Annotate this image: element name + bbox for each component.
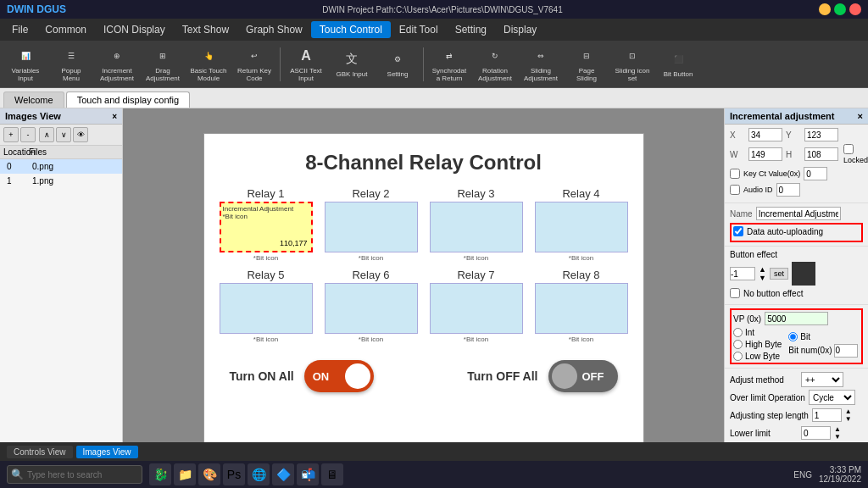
menu-setting[interactable]: Setting — [447, 21, 495, 38]
audio-id-input[interactable] — [776, 183, 800, 197]
relay-8-box[interactable] — [535, 283, 628, 334]
taskbar-app-4[interactable]: Ps — [223, 463, 245, 485]
over-limit-select[interactable]: Cycle — [809, 390, 855, 405]
file-location-0: 0 — [3, 160, 29, 173]
menu-icon-display[interactable]: ICON Display — [95, 21, 174, 38]
bit-num-input[interactable] — [834, 344, 858, 358]
tab-welcome[interactable]: Welcome — [3, 92, 64, 108]
relay-3-label: Relay 3 — [457, 187, 494, 200]
sliding-icon-set-tool[interactable]: ⊡ Sliding iconset — [610, 43, 654, 86]
window-controls — [819, 3, 861, 15]
taskbar-app-5[interactable]: 🌐 — [248, 463, 270, 485]
relay-6-box[interactable] — [325, 283, 418, 334]
setting-tool[interactable]: ⚙ Setting — [376, 43, 420, 86]
taskbar-search-input[interactable] — [27, 470, 129, 480]
taskbar-date: 12/19/2022 — [819, 474, 861, 484]
menu-graph-show[interactable]: Graph Show — [237, 21, 311, 38]
taskbar-app-8[interactable]: 🖥 — [321, 463, 343, 485]
minimize-button[interactable] — [819, 3, 831, 15]
relay-2-box[interactable] — [325, 202, 418, 252]
relay-5-box[interactable] — [220, 283, 313, 334]
x-input[interactable] — [748, 128, 782, 141]
step-up[interactable]: ▲ — [845, 408, 852, 415]
locked-checkbox[interactable] — [843, 144, 854, 154]
taskbar-app-1[interactable]: 🐉 — [149, 463, 171, 485]
drag-adjustment-tool[interactable]: ⊞ DragAdjustment — [141, 43, 185, 86]
menu-edit-tool[interactable]: Edit Tool — [391, 21, 447, 38]
key-ct-input[interactable] — [804, 167, 827, 180]
menu-common[interactable]: Common — [36, 21, 95, 38]
menu-file[interactable]: File — [3, 21, 36, 38]
nav-up-btn[interactable]: ∧ — [39, 127, 54, 142]
w-input[interactable] — [748, 147, 782, 161]
relay-1-box[interactable]: Incremental Adjustment*Bit icon 110,177 — [220, 202, 313, 252]
color-preview — [792, 262, 815, 286]
taskbar-app-6[interactable]: 🔷 — [272, 463, 294, 485]
taskbar-app-7[interactable]: 📬 — [297, 463, 319, 485]
adjust-step-input[interactable] — [812, 408, 842, 422]
variables-input-tool[interactable]: 📊 VariablesInput — [3, 43, 47, 86]
bit-button-tool[interactable]: ⬛ Bit Button — [656, 43, 700, 86]
high-byte-radio[interactable] — [733, 340, 743, 349]
images-view-close-icon[interactable]: × — [112, 112, 117, 121]
file-row-0[interactable]: 0 0.png — [0, 159, 122, 174]
lower-up[interactable]: ▲ — [834, 425, 841, 433]
images-view-tab[interactable]: Images View — [76, 446, 138, 458]
toggle-off-button[interactable]: OFF — [548, 360, 618, 392]
nav-eye-btn[interactable]: 👁 — [73, 127, 88, 142]
maximize-button[interactable] — [834, 3, 846, 15]
taskbar-app-3[interactable]: 🎨 — [198, 463, 220, 485]
close-button[interactable] — [849, 3, 861, 15]
btn-effect-input[interactable] — [730, 267, 755, 280]
relay-4-box[interactable] — [535, 202, 628, 252]
y-input[interactable] — [804, 128, 838, 141]
basic-touch-tool[interactable]: 👆 Basic TouchModule — [186, 43, 231, 86]
img-remove-btn[interactable]: - — [20, 127, 36, 142]
key-ct-checkbox[interactable] — [730, 169, 740, 179]
relay-item-7: Relay 7 *Bit icon — [427, 269, 526, 343]
h-input[interactable] — [804, 147, 838, 161]
images-toolbar: + - ∧ ∨ 👁 — [0, 125, 122, 146]
synchrodat-tool[interactable]: ⇄ Synchrodata Return — [427, 43, 471, 86]
page-sliding-tool[interactable]: ⊟ PageSliding — [565, 43, 609, 86]
taskbar-app-2[interactable]: 📁 — [174, 463, 196, 485]
set-button[interactable]: set — [770, 268, 788, 280]
file-row-1[interactable]: 1 1.png — [0, 174, 122, 188]
menu-text-show[interactable]: Text Show — [174, 21, 237, 38]
controls-view-tab[interactable]: Controls View — [7, 446, 73, 458]
bit-radio[interactable] — [788, 332, 798, 341]
lower-limit-input[interactable] — [801, 426, 831, 440]
int-radio[interactable] — [733, 328, 743, 337]
right-panel-close-icon[interactable]: × — [858, 111, 863, 121]
menu-touch-control[interactable]: Touch Control — [311, 21, 391, 38]
no-btn-effect-checkbox[interactable] — [730, 288, 740, 298]
popup-menu-tool[interactable]: ☰ PopupMenu — [49, 43, 93, 86]
btn-effect-down[interactable]: ▼ — [759, 274, 766, 282]
img-add-btn[interactable]: + — [3, 127, 19, 142]
low-byte-radio[interactable] — [733, 352, 743, 361]
data-auto-checkbox[interactable] — [733, 226, 743, 236]
ascii-text-tool[interactable]: A ASCII TextInput — [284, 43, 328, 86]
rotation-tool[interactable]: ↻ RotationAdjustment — [473, 43, 517, 86]
name-input[interactable] — [756, 207, 841, 220]
gbk-input-tool[interactable]: 文 GBK Input — [330, 43, 374, 86]
step-down[interactable]: ▼ — [845, 415, 852, 423]
sliding-adj-label: SlidingAdjustment — [524, 68, 558, 83]
tab-touch-config[interactable]: Touch and display config — [66, 92, 190, 108]
y-label: Y — [786, 130, 801, 140]
toggle-on-button[interactable]: ON — [304, 360, 374, 392]
nav-down-btn[interactable]: ∨ — [56, 127, 71, 142]
lower-down[interactable]: ▼ — [834, 433, 841, 441]
relay-6-bit: *Bit icon — [359, 336, 383, 343]
relay-3-box[interactable] — [430, 202, 523, 252]
vp-section: VP (0x) Int High Byte — [725, 305, 868, 369]
btn-effect-up[interactable]: ▲ — [759, 265, 766, 274]
sliding-adjustment-tool[interactable]: ⇔ SlidingAdjustment — [519, 43, 563, 86]
audio-id-checkbox[interactable] — [730, 185, 740, 195]
menu-display[interactable]: Display — [495, 21, 545, 38]
relay-7-box[interactable] — [430, 283, 523, 334]
return-key-tool[interactable]: ↩ Return KeyCode — [232, 43, 276, 86]
vp-input[interactable] — [765, 312, 828, 325]
increment-adjustment-tool[interactable]: ⊕ IncrementAdjustment — [95, 43, 139, 86]
adjust-method-select[interactable]: ++ — [801, 372, 843, 387]
